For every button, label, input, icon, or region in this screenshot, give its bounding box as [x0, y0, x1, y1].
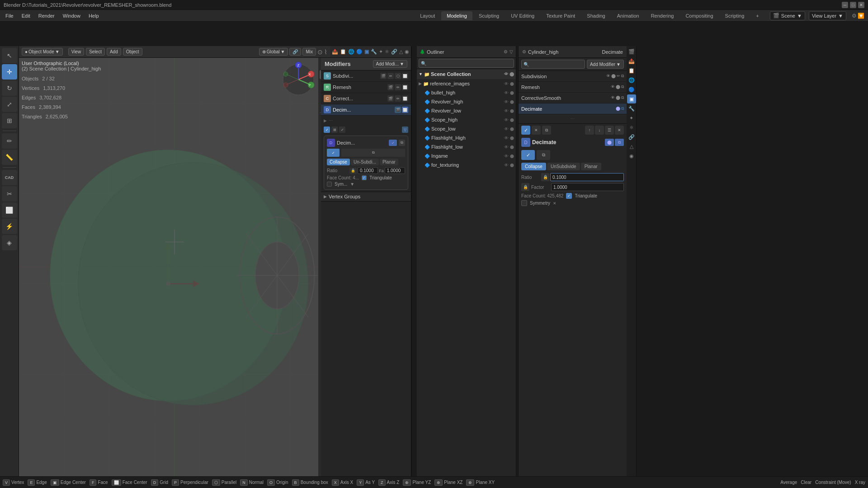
correct-edit-btn[interactable]: ✏: [395, 95, 401, 102]
outliner-item-revolver-high[interactable]: 🔷 Revolver_high 👁 ⬤: [417, 97, 516, 106]
mod-check-1[interactable]: ✓: [324, 127, 330, 133]
pxz-key[interactable]: ⊕: [434, 479, 443, 486]
remesh-edit-btn[interactable]: ✏: [395, 84, 401, 90]
triangulate-check[interactable]: ✓: [362, 175, 367, 180]
outliner-item-flash-low[interactable]: 🔷 Flashlight_low 👁 ⬤: [417, 142, 516, 151]
ref-render[interactable]: ⬤: [510, 82, 514, 86]
outliner-item-bullet[interactable]: 🔷 bullet_high 👁 ⬤: [417, 88, 516, 97]
props-tab-world[interactable]: 🔵: [627, 85, 636, 94]
tab-texture-paint[interactable]: Texture Paint: [541, 11, 580, 20]
sp-add-modifier-btn[interactable]: Add Modifier ▼: [587, 60, 624, 69]
tab-animation[interactable]: Animation: [612, 11, 645, 20]
collection-render[interactable]: ⬤: [509, 72, 514, 76]
menu-edit[interactable]: Edit: [18, 12, 34, 19]
props-tab-data[interactable]: △: [627, 142, 636, 151]
tab-uv-editing[interactable]: UV Editing: [505, 11, 540, 20]
tx-render[interactable]: ⬤: [510, 163, 514, 167]
tool-annotate[interactable]: ✏: [2, 133, 17, 149]
fh-eye[interactable]: 👁: [504, 136, 509, 141]
sp-subdiv-render[interactable]: ⬤: [611, 74, 616, 79]
ay-key[interactable]: Y: [357, 479, 364, 486]
filter-icon[interactable]: ⚙: [852, 13, 857, 19]
tab-sculpting[interactable]: Sculpting: [473, 11, 505, 20]
parallel-key[interactable]: ⬡: [212, 479, 220, 486]
add-menu-button[interactable]: Add: [107, 48, 121, 56]
tab-scripting[interactable]: Scripting: [720, 11, 750, 20]
sp-check-apply[interactable]: ✓: [521, 126, 530, 135]
tool-scale[interactable]: ⤢: [2, 97, 17, 112]
world-props-icon[interactable]: 🔵: [356, 49, 363, 55]
mix-button[interactable]: Mix: [302, 48, 316, 56]
sp-remesh-eye[interactable]: 👁: [611, 84, 615, 89]
modifiers-expand-row[interactable]: ▶ ⋯: [321, 116, 411, 126]
grid-key[interactable]: D: [151, 479, 159, 486]
tab-add[interactable]: +: [750, 11, 764, 20]
ratio-lock-btn[interactable]: 🔒: [349, 168, 357, 174]
sp-ratio-lock[interactable]: 🔒: [541, 173, 549, 181]
props-tab-constraints[interactable]: 🔗: [627, 132, 636, 141]
props-tab-particles[interactable]: ✦: [627, 113, 636, 122]
fh-render[interactable]: ⬤: [510, 136, 514, 140]
tab-layout[interactable]: Layout: [415, 11, 440, 20]
mod-collapse-btn[interactable]: ▽: [402, 127, 408, 133]
sym-check[interactable]: [327, 182, 332, 187]
scene-selector[interactable]: 🎬 Scene ▼: [770, 11, 805, 20]
menu-render[interactable]: Render: [35, 12, 58, 19]
face-key[interactable]: F: [90, 479, 97, 486]
object-menu-button[interactable]: Object: [123, 48, 142, 56]
scene-filter-icon[interactable]: 🔽: [858, 13, 864, 19]
view-layer-props-icon[interactable]: 📋: [340, 49, 346, 55]
snap-button[interactable]: 🔗: [289, 48, 301, 56]
props-tab-view-layer[interactable]: 📋: [627, 66, 636, 75]
subdiv-edit-btn[interactable]: ✏: [387, 73, 394, 79]
az-key[interactable]: Z: [378, 479, 386, 486]
subdiv-expand-btn[interactable]: ⬜: [402, 73, 408, 79]
sp-remesh-render[interactable]: ⬤: [616, 84, 620, 89]
correct-render-btn[interactable]: 🎬: [387, 95, 394, 102]
bullet-eye[interactable]: 👁: [504, 90, 509, 95]
perp-key[interactable]: P: [172, 479, 179, 486]
view-icon-2[interactable]: ⌇: [324, 48, 327, 56]
menu-help[interactable]: Help: [85, 12, 103, 19]
sp-triang-check[interactable]: ✓: [566, 193, 572, 199]
tab-modeling[interactable]: Modeling: [441, 11, 472, 20]
outliner-item-ingame[interactable]: 🔷 Ingame 👁 ⬤: [417, 151, 516, 160]
correct-expand-btn[interactable]: ⬜: [402, 95, 408, 102]
object-props-icon[interactable]: ▣: [364, 49, 369, 55]
view-menu-button[interactable]: View: [68, 48, 85, 56]
edge-center-key[interactable]: ▣: [51, 479, 59, 486]
menu-window[interactable]: Window: [59, 12, 84, 19]
ax-key[interactable]: X: [332, 479, 339, 486]
tool-transform[interactable]: ⊞: [2, 113, 17, 128]
outliner-funnel-icon[interactable]: ▽: [509, 49, 513, 54]
subdiv-render-btn[interactable]: 🎬: [380, 73, 387, 79]
navigation-gizmo[interactable]: X Y Z: [280, 61, 316, 98]
particles-props-icon[interactable]: ✦: [379, 49, 383, 55]
view-icon-1[interactable]: ⊙: [317, 48, 323, 56]
constraints-props-icon[interactable]: 🔗: [391, 49, 397, 55]
sp-subdiv-eye[interactable]: 👁: [606, 74, 610, 79]
sp-unsubdiv-tab[interactable]: UnSubdivide: [547, 163, 580, 170]
tool-cursor[interactable]: ↖: [2, 48, 17, 63]
sp-decimate-copy[interactable]: ⧉: [621, 106, 624, 111]
tool-knife[interactable]: ✂: [2, 186, 17, 202]
minimize-button[interactable]: ─: [842, 2, 848, 8]
view-layer-selector[interactable]: View Layer ▼: [809, 11, 846, 20]
planar-tab[interactable]: Planar: [380, 159, 398, 165]
material-props-icon[interactable]: ◉: [405, 49, 409, 55]
sh-eye[interactable]: 👁: [504, 117, 509, 122]
decimate-render-btn[interactable]: 🎬: [395, 107, 401, 113]
sp-close-btn[interactable]: ✕: [615, 126, 624, 135]
mod-check-2[interactable]: ⊞: [331, 127, 338, 133]
rl-eye[interactable]: 👁: [504, 108, 509, 113]
global-pivot-button[interactable]: ⊕ Global ▼: [259, 48, 288, 56]
outliner-item-flash-high[interactable]: 🔷 Flashlight_High 👁 ⬤: [417, 133, 516, 142]
close-button[interactable]: ✕: [858, 2, 864, 8]
sl-eye[interactable]: 👁: [504, 127, 509, 131]
sp-dec-copy-btn[interactable]: ⧉: [615, 139, 624, 146]
scene-props-icon[interactable]: 🌐: [348, 49, 354, 55]
viewport-area[interactable]: User Orthographic (Local) (2) Scene Coll…: [19, 58, 330, 476]
outliner-search-input[interactable]: [419, 59, 514, 68]
fl-render[interactable]: ⬤: [510, 145, 514, 149]
outliner-item-scope-high[interactable]: 🔷 Scope_high 👁 ⬤: [417, 115, 516, 124]
